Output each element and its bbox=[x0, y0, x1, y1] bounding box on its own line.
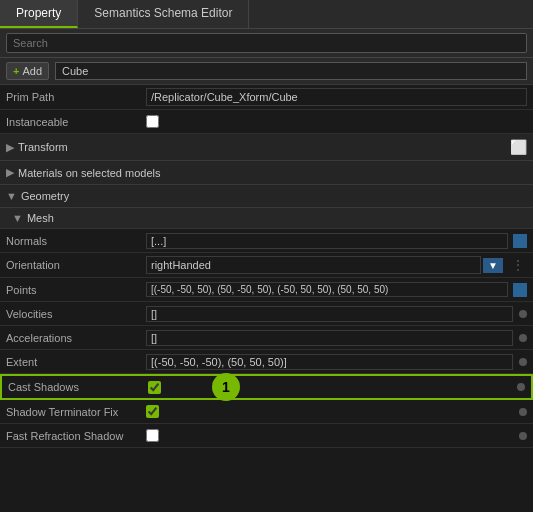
mesh-arrow-icon: ▼ bbox=[12, 212, 23, 224]
orientation-dropdown: rightHanded ▼ ⋮ bbox=[146, 256, 527, 274]
orientation-dot-menu[interactable]: ⋮ bbox=[509, 257, 527, 273]
fast-refraction-checkbox[interactable] bbox=[146, 429, 159, 442]
normals-blue-btn[interactable] bbox=[513, 234, 527, 248]
add-value-display: Cube bbox=[55, 62, 527, 80]
points-row: Points [(-50, -50, 50), (50, -50, 50), (… bbox=[0, 278, 533, 302]
accelerations-dot bbox=[519, 334, 527, 342]
instanceable-label: Instanceable bbox=[6, 116, 146, 128]
orientation-value: rightHanded bbox=[146, 256, 481, 274]
search-input[interactable] bbox=[6, 33, 527, 53]
prim-path-input[interactable] bbox=[146, 88, 527, 106]
points-value: [(-50, -50, 50), (50, -50, 50), (-50, 50… bbox=[146, 282, 508, 297]
cast-shadows-badge: 1 bbox=[212, 373, 240, 401]
extent-dot bbox=[519, 358, 527, 366]
accelerations-row: Accelerations [] bbox=[0, 326, 533, 350]
instanceable-row: Instanceable bbox=[0, 110, 533, 134]
velocities-value: [] bbox=[146, 306, 513, 322]
instanceable-checkbox[interactable] bbox=[146, 115, 159, 128]
add-row: + Add Cube bbox=[0, 58, 533, 85]
extent-value: [(-50, -50, -50), (50, 50, 50)] bbox=[146, 354, 513, 370]
shadow-terminator-row: Shadow Terminator Fix bbox=[0, 400, 533, 424]
mesh-label: Mesh bbox=[27, 212, 54, 224]
velocities-row: Velocities [] bbox=[0, 302, 533, 326]
instanceable-checkbox-cell bbox=[146, 115, 159, 128]
plus-icon: + bbox=[13, 65, 19, 77]
shadow-terminator-label: Shadow Terminator Fix bbox=[6, 406, 146, 418]
orientation-row: Orientation rightHanded ▼ ⋮ bbox=[0, 253, 533, 278]
tab-semantics[interactable]: Semantics Schema Editor bbox=[78, 0, 249, 28]
materials-arrow-icon: ▶ bbox=[6, 166, 14, 179]
transform-icon-right: ⬜ bbox=[510, 139, 527, 155]
points-blue-btn[interactable] bbox=[513, 283, 527, 297]
shadow-terminator-checkbox[interactable] bbox=[146, 405, 159, 418]
materials-label: Materials on selected models bbox=[18, 167, 160, 179]
cast-shadows-row: Cast Shadows 1 bbox=[0, 374, 533, 400]
tab-property[interactable]: Property bbox=[0, 0, 78, 28]
accelerations-label: Accelerations bbox=[6, 332, 146, 344]
velocities-label: Velocities bbox=[6, 308, 146, 320]
normals-row: Normals [...] bbox=[0, 229, 533, 253]
orientation-dropdown-btn[interactable]: ▼ bbox=[483, 258, 503, 273]
orientation-label: Orientation bbox=[6, 259, 146, 271]
cast-shadows-label: Cast Shadows bbox=[8, 381, 148, 393]
cast-shadows-checkbox[interactable] bbox=[148, 381, 161, 394]
transform-section-header[interactable]: ▶ Transform ⬜ bbox=[0, 134, 533, 161]
points-label: Points bbox=[6, 284, 146, 296]
fast-refraction-label: Fast Refraction Shadow bbox=[6, 430, 146, 442]
velocities-dot bbox=[519, 310, 527, 318]
prim-path-row: Prim Path bbox=[0, 85, 533, 110]
normals-label: Normals bbox=[6, 235, 146, 247]
shadow-terminator-dot bbox=[519, 408, 527, 416]
geometry-arrow-icon: ▼ bbox=[6, 190, 17, 202]
add-label: Add bbox=[22, 65, 42, 77]
tab-bar: Property Semantics Schema Editor bbox=[0, 0, 533, 29]
transform-arrow-icon: ▶ bbox=[6, 141, 14, 154]
fast-refraction-row: Fast Refraction Shadow bbox=[0, 424, 533, 448]
materials-section-header[interactable]: ▶ Materials on selected models bbox=[0, 161, 533, 185]
search-bar bbox=[0, 29, 533, 58]
prim-path-label: Prim Path bbox=[6, 91, 146, 103]
transform-label: Transform bbox=[18, 141, 68, 153]
extent-row: Extent [(-50, -50, -50), (50, 50, 50)] bbox=[0, 350, 533, 374]
extent-label: Extent bbox=[6, 356, 146, 368]
add-button[interactable]: + Add bbox=[6, 62, 49, 80]
normals-value: [...] bbox=[146, 233, 508, 249]
geometry-label: Geometry bbox=[21, 190, 69, 202]
cast-shadows-dot bbox=[517, 383, 525, 391]
geometry-section-header[interactable]: ▼ Geometry bbox=[0, 185, 533, 208]
mesh-section-header[interactable]: ▼ Mesh bbox=[0, 208, 533, 229]
fast-refraction-dot bbox=[519, 432, 527, 440]
accelerations-value: [] bbox=[146, 330, 513, 346]
